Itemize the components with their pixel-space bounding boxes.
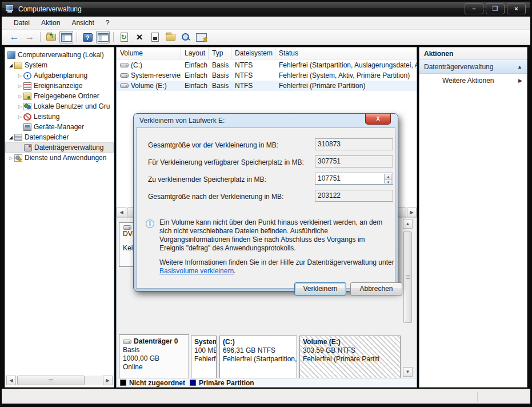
column-layout[interactable]: Layout: [181, 47, 209, 59]
expander-icon[interactable]: [17, 94, 23, 99]
scroll-right-icon[interactable]: ▶: [103, 376, 113, 385]
up-one-level-icon[interactable]: [44, 31, 58, 43]
system-icon: [14, 62, 22, 69]
shared-folders-icon: [23, 93, 31, 100]
shrink-button[interactable]: Verkleinern: [294, 282, 346, 296]
open-folder-icon[interactable]: [163, 31, 177, 43]
table-row[interactable]: (C:) Einfach Basis NTFS Fehlerfrei (Star…: [117, 60, 417, 70]
table-row[interactable]: Volume (E:) Einfach Basis NTFS Fehlerfre…: [117, 81, 417, 91]
actions-pane: Aktionen Datenträgerverwaltung ▲ Weitere…: [419, 47, 527, 388]
toolbar-separator: [113, 32, 114, 42]
legend-swatch: [120, 380, 126, 386]
forward-icon[interactable]: [23, 31, 37, 43]
column-status[interactable]: Status: [275, 47, 417, 59]
show-console-tree-icon[interactable]: [59, 31, 73, 43]
column-volume[interactable]: Volume: [117, 47, 181, 59]
column-typ[interactable]: Typ: [209, 47, 231, 59]
expander-icon[interactable]: [17, 114, 23, 119]
tree-item-geraete-manager[interactable]: Geräte-Manager: [5, 122, 114, 132]
disk-management-icon: [24, 144, 32, 151]
spin-up-icon[interactable]: ▲: [385, 174, 392, 179]
scroll-left-icon[interactable]: ◀: [117, 208, 126, 217]
column-dateisystem[interactable]: Dateisystem: [231, 47, 275, 59]
tree-item-lokale-benutzer[interactable]: Lokale Benutzer und Gru: [5, 101, 114, 111]
dialog-body: Gesamtgröße vor der Verkleinerung in MB:…: [136, 127, 395, 289]
actions-group-disk-management[interactable]: Datenträgerverwaltung ▲: [419, 60, 527, 74]
scroll-right-icon[interactable]: ▶: [407, 208, 417, 217]
disk0-label-cell[interactable]: Datenträger 0 Basis 1000,00 GB Online: [119, 334, 189, 385]
volume-list-header: Volume Layout Typ Dateisystem Status: [117, 47, 417, 59]
scrollbar-thumb[interactable]: [403, 232, 412, 323]
task-scheduler-icon: [23, 72, 31, 79]
properties-icon[interactable]: [148, 31, 162, 43]
legend-unallocated: Nicht zugeordnet: [120, 379, 185, 387]
legend-swatch: [190, 380, 196, 386]
graphic-vertical-scrollbar[interactable]: ▲ ▼: [403, 219, 413, 377]
cancel-button[interactable]: Abbrechen: [350, 282, 402, 296]
tree-item-leistung[interactable]: Leistung: [5, 111, 114, 122]
menu-bar: Datei Aktion Ansicht ?: [2, 17, 530, 30]
dialog-more-info: Weitere Informationen finden Sie in der …: [159, 258, 399, 276]
partition-system-reserved[interactable]: System 100 MB Fehlerfrei: [191, 336, 217, 384]
delete-icon[interactable]: [133, 31, 146, 43]
quantity-stepper[interactable]: ▲▼: [384, 174, 392, 183]
collapse-icon[interactable]: ▲: [517, 64, 522, 70]
back-icon[interactable]: [7, 31, 21, 43]
volume-icon: [120, 73, 129, 78]
partition-e-selected[interactable]: Volume (E:) 303,59 GB NTFS Fehlerfrei (P…: [299, 336, 401, 384]
table-row[interactable]: System-reserviert Einfach Basis NTFS Feh…: [117, 70, 417, 81]
show-action-pane-icon[interactable]: [96, 31, 110, 43]
dvd-icon: [123, 225, 131, 230]
minimize-button[interactable]: –: [465, 3, 483, 14]
close-button[interactable]: ×: [507, 3, 526, 14]
tree-item-datenspeicher[interactable]: Datenspeicher: [5, 132, 114, 142]
legend-primary-partition: Primäre Partition: [190, 379, 254, 387]
help-link[interactable]: Basisvolume verkleinern: [159, 267, 234, 275]
expander-icon[interactable]: [17, 104, 23, 109]
expander-icon[interactable]: [17, 73, 23, 78]
scroll-down-icon[interactable]: ▼: [403, 367, 413, 377]
tree-item-dienste[interactable]: Dienste und Anwendungen: [5, 153, 114, 163]
tree-item-ereignisanzeige[interactable]: Ereignisanzeige: [5, 81, 114, 91]
available-shrink-space-field: 307751: [315, 155, 393, 167]
maximize-button[interactable]: ❒: [486, 3, 505, 14]
scroll-left-icon[interactable]: ◀: [6, 376, 16, 385]
scrollbar-thumb[interactable]: [17, 376, 85, 385]
shrink-amount-input[interactable]: 107751 ▲▼: [315, 173, 393, 185]
expander-icon[interactable]: [7, 63, 14, 68]
spin-down-icon[interactable]: ▼: [385, 179, 392, 185]
search-icon[interactable]: [179, 31, 193, 43]
field-label: Für Verkleinerung verfügbarer Speicherpl…: [148, 158, 314, 166]
expander-icon[interactable]: [7, 155, 14, 161]
expander-icon[interactable]: [7, 135, 14, 140]
dialog-close-icon[interactable]: x: [365, 114, 391, 125]
menu-aktion[interactable]: Aktion: [36, 17, 65, 29]
submenu-arrow-icon: ▶: [518, 78, 522, 83]
volume-icon: [120, 63, 129, 67]
performance-icon: [23, 113, 31, 121]
menu-datei[interactable]: Datei: [9, 17, 35, 29]
status-bar: [2, 389, 530, 404]
menu-ansicht[interactable]: Ansicht: [66, 17, 99, 29]
refresh-icon[interactable]: [117, 31, 131, 43]
tree-item-aufgabenplanung[interactable]: Aufgabenplanung: [5, 70, 114, 81]
window-title: Computerverwaltung: [18, 5, 82, 13]
menu-help[interactable]: ?: [101, 17, 115, 29]
tree-item-system[interactable]: System: [5, 60, 114, 70]
app-icon: [6, 5, 15, 13]
settings-icon[interactable]: [194, 31, 208, 43]
help-icon[interactable]: [81, 31, 94, 43]
services-icon: [14, 154, 22, 162]
toolbar-separator: [77, 32, 77, 42]
tree-horizontal-scrollbar[interactable]: ◀ ▶: [6, 376, 113, 385]
scroll-up-icon[interactable]: ▲: [403, 219, 413, 229]
computer-icon: [7, 51, 15, 59]
expander-icon[interactable]: [17, 83, 23, 89]
field-label: Zu verkleinernder Speicherplatz in MB:: [148, 175, 314, 183]
actions-item-weitere-aktionen[interactable]: Weitere Aktionen ▶: [419, 74, 527, 87]
partition-c[interactable]: (C:) 696,31 GB NTFS Fehlerfrei (Startpar…: [219, 336, 297, 384]
total-size-before-field: 310873: [315, 138, 393, 150]
tree-item-datentraegerverwaltung[interactable]: Datenträgerverwaltung: [5, 142, 114, 153]
tree-item-freigegebene-ordner[interactable]: Freigegebene Ordner: [5, 91, 114, 101]
tree-item-root[interactable]: Computerverwaltung (Lokal): [5, 50, 114, 60]
